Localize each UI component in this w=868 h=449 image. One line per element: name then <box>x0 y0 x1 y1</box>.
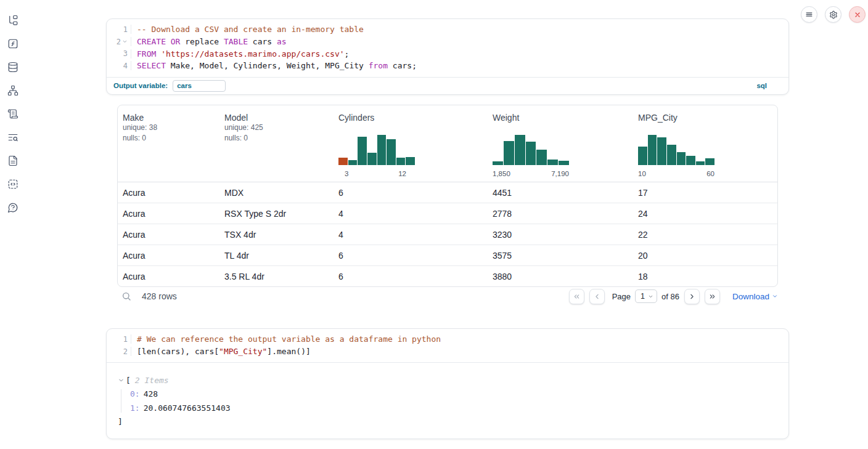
column-header[interactable]: Modelunique: 425nulls: 0 <box>219 105 334 182</box>
list-item: 0:428 <box>130 389 788 398</box>
table-cell: 2778 <box>488 209 633 219</box>
column-histogram <box>493 135 569 165</box>
sql-cell: 1-- Download a CSV and create an in-memo… <box>106 18 789 95</box>
sidebar-item-help[interactable] <box>7 201 19 214</box>
code-line: 1-- Download a CSV and create an in-memo… <box>107 23 788 36</box>
token-string: "MPG_City" <box>219 347 267 356</box>
line-number-gutter: 3 <box>107 49 131 58</box>
close-bracket: ] <box>118 417 788 426</box>
output-variable-input[interactable] <box>173 80 226 92</box>
token-plain: [len(cars), cars[ <box>137 347 219 356</box>
table-body: AcuraMDX6445117AcuraRSX Type S 2dr427782… <box>118 182 777 286</box>
histogram-max-label: 12 <box>398 170 406 177</box>
column-label: Weight <box>493 113 633 123</box>
chevron-right-icon <box>688 293 696 301</box>
token-plain: ; <box>345 49 350 59</box>
line-number-gutter: 4 <box>107 62 131 70</box>
sidebar-item-logs[interactable] <box>7 131 19 144</box>
items-count-label: 2 Items <box>135 376 169 385</box>
list-item-value: 20.060747663551403 <box>144 403 231 413</box>
list-item: 1:20.060747663551403 <box>130 403 788 413</box>
last-page-button[interactable] <box>705 289 720 304</box>
code-line: 4SELECT Make, Model, Cylinders, Weight, … <box>107 60 788 72</box>
table-cell: 17 <box>633 188 777 198</box>
code-content: SELECT Make, Model, Cylinders, Weight, M… <box>131 61 417 70</box>
table-cell: 24 <box>633 209 777 219</box>
table-cell: Acura <box>118 230 219 240</box>
token-comment: # We can reference the output variable a… <box>137 334 441 344</box>
column-header[interactable]: Cylinders312 <box>334 105 488 182</box>
fold-marker-icon[interactable] <box>122 39 128 44</box>
settings-button[interactable] <box>825 6 841 23</box>
sidebar-item-snippets[interactable] <box>7 178 19 190</box>
python-code-editor[interactable]: 1# We can reference the output variable … <box>107 329 788 362</box>
histogram-bar <box>657 137 666 165</box>
file-text-icon <box>7 155 18 166</box>
histogram-bar <box>338 158 348 165</box>
histogram-bar <box>705 158 714 165</box>
histogram-bar <box>648 135 657 165</box>
table-cell: 3880 <box>488 272 633 281</box>
menu-button[interactable] <box>801 6 817 23</box>
list-item-index: 1: <box>130 403 140 413</box>
column-header[interactable]: Weight1,8507,190 <box>488 105 633 182</box>
sidebar <box>7 14 19 214</box>
search-icon <box>121 291 131 301</box>
line-number-gutter: 1 <box>107 25 131 34</box>
table-cell: Acura <box>118 251 219 261</box>
histogram-axis-labels: 1060 <box>638 170 714 177</box>
table-cell: 6 <box>334 251 488 261</box>
sidebar-item-scratchpad[interactable] <box>7 108 19 120</box>
token-plain <box>166 37 171 46</box>
histogram-bar <box>667 145 676 165</box>
column-header[interactable]: Makeunique: 38nulls: 0 <box>118 105 219 182</box>
token-plain <box>156 49 161 59</box>
chevrons-left-icon <box>573 293 581 301</box>
table-row: AcuraTSX 4dr4323022 <box>118 224 777 245</box>
sql-code-editor[interactable]: 1-- Download a CSV and create an in-memo… <box>107 19 788 77</box>
token-plain: cars <box>248 37 277 46</box>
database-icon <box>7 62 18 73</box>
table-cell: RSX Type S 2dr <box>219 209 334 219</box>
token-keyword: from <box>369 61 388 70</box>
sidebar-item-functions[interactable] <box>7 38 19 50</box>
code-content: [len(cars), cars["MPG_City"].mean()] <box>131 347 311 356</box>
page-select-value: 1 <box>641 292 645 301</box>
histogram-max-label: 7,190 <box>551 170 569 177</box>
previous-page-button[interactable] <box>589 289 605 304</box>
sidebar-item-documentation[interactable] <box>7 155 19 167</box>
sidebar-item-explorer[interactable] <box>7 14 19 26</box>
shutdown-button[interactable] <box>849 6 866 23</box>
output-variable-label: Output variable: <box>113 82 168 89</box>
page-label: Page <box>612 292 631 301</box>
sidebar-item-datasources[interactable] <box>7 61 19 73</box>
token-keyword: TABLE <box>224 37 248 46</box>
table-cell: 22 <box>633 230 777 240</box>
histogram-bar <box>367 153 377 165</box>
search-button[interactable] <box>121 291 131 301</box>
chevron-down-icon <box>648 294 653 299</box>
code-content: CREATE OR replace TABLE cars as <box>131 37 287 46</box>
token-keyword: OR <box>171 37 181 46</box>
token-keyword: SELECT <box>137 61 166 70</box>
column-header[interactable]: MPG_City1060 <box>633 105 777 182</box>
histogram-bar <box>686 156 695 165</box>
token-keyword: as <box>277 37 287 46</box>
collapse-chevron-icon[interactable] <box>118 377 126 384</box>
column-label: MPG_City <box>638 113 777 123</box>
page-select[interactable]: 1 <box>635 289 657 303</box>
histogram-max-label: 60 <box>706 170 714 177</box>
python-cell: 1# We can reference the output variable … <box>106 328 789 439</box>
sql-language-badge: sql <box>756 82 767 89</box>
code-line: 1# We can reference the output variable … <box>107 333 788 346</box>
list-output-header: [ 2 Items <box>118 376 788 385</box>
sidebar-item-dependency-graph[interactable] <box>7 84 19 97</box>
next-page-button[interactable] <box>684 289 700 304</box>
token-keyword: FROM <box>137 49 156 59</box>
column-stat: unique: 425 <box>224 123 334 133</box>
download-button[interactable]: Download <box>732 292 778 301</box>
line-number: 2 <box>123 347 128 356</box>
table-cell: 6 <box>334 188 488 198</box>
list-output-entries: 0:4281:20.060747663551403 <box>121 389 788 413</box>
first-page-button[interactable] <box>569 289 584 304</box>
